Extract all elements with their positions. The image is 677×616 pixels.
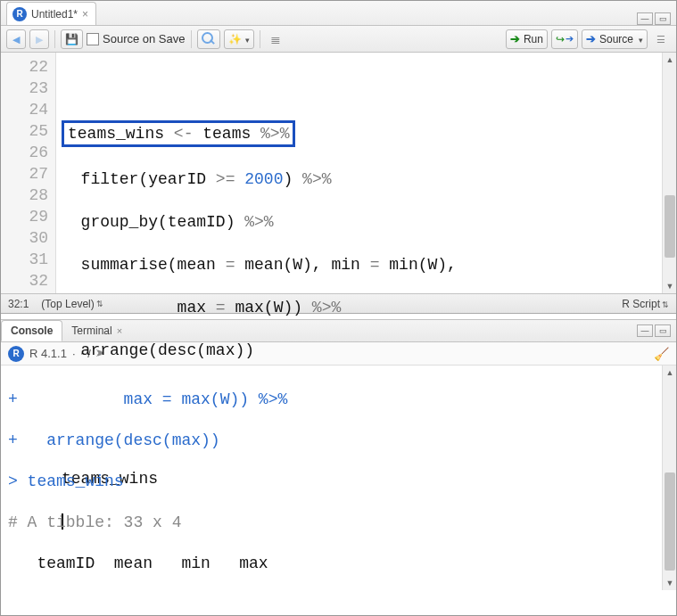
code-line: teams_wins <- teams %>% bbox=[62, 120, 662, 147]
pane-layout-button[interactable] bbox=[651, 29, 671, 49]
line-number: 29 bbox=[1, 206, 48, 227]
lang-updown-icon[interactable]: ⇅ bbox=[662, 300, 669, 309]
console-line: teamID mean min max bbox=[8, 554, 655, 574]
tab-console[interactable]: Console bbox=[1, 320, 62, 341]
console-vertical-scrollbar[interactable]: ▲ ▼ bbox=[662, 365, 676, 590]
toolbar-separator bbox=[54, 30, 55, 48]
maximize-pane-button[interactable]: ▭ bbox=[655, 12, 671, 25]
line-number: 28 bbox=[1, 185, 48, 206]
editor-tab-title: Untitled1* bbox=[31, 8, 78, 21]
editor-tabbar: R Untitled1* × — ▭ bbox=[1, 1, 676, 26]
chevron-down-icon bbox=[245, 33, 250, 45]
run-label: Run bbox=[524, 33, 543, 45]
scroll-down-icon[interactable]: ▼ bbox=[664, 280, 676, 292]
code-line bbox=[62, 78, 662, 99]
source-editor-pane: R Untitled1* × — ▭ Source on Save Run So… bbox=[1, 1, 676, 314]
forward-button[interactable] bbox=[29, 29, 49, 49]
minimize-pane-button[interactable]: — bbox=[637, 12, 653, 25]
code-tools-button[interactable] bbox=[224, 29, 254, 49]
line-number: 25 bbox=[1, 120, 48, 142]
code-line: summarise(mean = mean(W), min = min(W), bbox=[62, 254, 662, 275]
source-on-save-label: Source on Save bbox=[103, 32, 186, 45]
code-line: arrange(desc(max)) bbox=[62, 340, 662, 361]
toolbar-separator bbox=[191, 30, 192, 48]
console-line: > teams_wins bbox=[8, 472, 655, 492]
scroll-thumb[interactable] bbox=[665, 472, 675, 571]
line-number: 31 bbox=[1, 249, 48, 270]
scroll-up-icon[interactable]: ▲ bbox=[664, 366, 676, 379]
search-icon bbox=[202, 32, 216, 46]
rerun-button[interactable] bbox=[551, 29, 578, 49]
source-on-save-checkbox[interactable] bbox=[87, 33, 99, 45]
code-line: filter(yearID >= 2000) %>% bbox=[62, 168, 662, 190]
source-label: Source bbox=[599, 33, 633, 45]
editor-vertical-scrollbar[interactable]: ▲ ▼ bbox=[662, 53, 676, 293]
outline-icon bbox=[270, 32, 281, 46]
chevron-down-icon bbox=[639, 33, 643, 45]
editor-toolbar: Source on Save Run Source bbox=[1, 26, 676, 53]
save-button[interactable] bbox=[61, 29, 83, 49]
source-code[interactable]: teams_wins <- teams %>% filter(yearID >=… bbox=[56, 53, 662, 293]
console-line: + arrange(desc(max)) bbox=[8, 431, 655, 451]
find-button[interactable] bbox=[197, 29, 220, 49]
code-line: group_by(teamID) %>% bbox=[62, 211, 662, 233]
pane-icon bbox=[656, 33, 665, 45]
chevron-right-icon bbox=[36, 33, 43, 45]
floppy-disk-icon bbox=[65, 33, 78, 45]
scroll-up-icon[interactable]: ▲ bbox=[664, 53, 676, 66]
source-button[interactable]: Source bbox=[582, 29, 648, 49]
toolbar-separator bbox=[260, 30, 260, 48]
line-number-gutter: 22 23 24 25 26 27 28 29 30 31 32 bbox=[1, 53, 56, 293]
editor-tab-untitled1[interactable]: R Untitled1* × bbox=[6, 2, 96, 25]
r-logo-icon: R bbox=[8, 346, 24, 362]
close-tab-icon[interactable]: × bbox=[82, 8, 88, 21]
line-number: 26 bbox=[1, 142, 48, 163]
source-arrow-icon bbox=[586, 32, 596, 45]
editor-body[interactable]: 22 23 24 25 26 27 28 29 30 31 32 teams_w… bbox=[1, 53, 676, 293]
line-number: 30 bbox=[1, 227, 48, 249]
console-line: # A tibble: 33 x 4 bbox=[8, 513, 655, 533]
editor-window-controls: — ▭ bbox=[637, 12, 671, 25]
run-button[interactable]: Run bbox=[506, 29, 548, 49]
line-number: 22 bbox=[1, 56, 48, 78]
scroll-down-icon[interactable]: ▼ bbox=[664, 577, 676, 589]
outline-button[interactable] bbox=[266, 29, 285, 49]
tab-console-label: Console bbox=[11, 324, 53, 337]
code-line: max = max(W)) %>% bbox=[62, 297, 662, 318]
line-number: 23 bbox=[1, 78, 48, 99]
line-number: 27 bbox=[1, 163, 48, 185]
chevron-left-icon bbox=[12, 33, 20, 45]
scroll-thumb[interactable] bbox=[665, 195, 675, 258]
line-number: 32 bbox=[1, 270, 48, 292]
run-arrow-icon bbox=[510, 32, 520, 45]
console-output[interactable]: + max = max(W)) %>% + arrange(desc(max))… bbox=[1, 365, 662, 590]
wand-icon bbox=[228, 33, 242, 45]
line-number: 24 bbox=[1, 99, 48, 120]
cursor-position: 32:1 bbox=[8, 298, 29, 310]
r-file-icon: R bbox=[12, 7, 27, 21]
rerun-icon bbox=[556, 33, 574, 45]
back-button[interactable] bbox=[6, 29, 26, 49]
console-line: + max = max(W)) %>% bbox=[8, 390, 655, 410]
